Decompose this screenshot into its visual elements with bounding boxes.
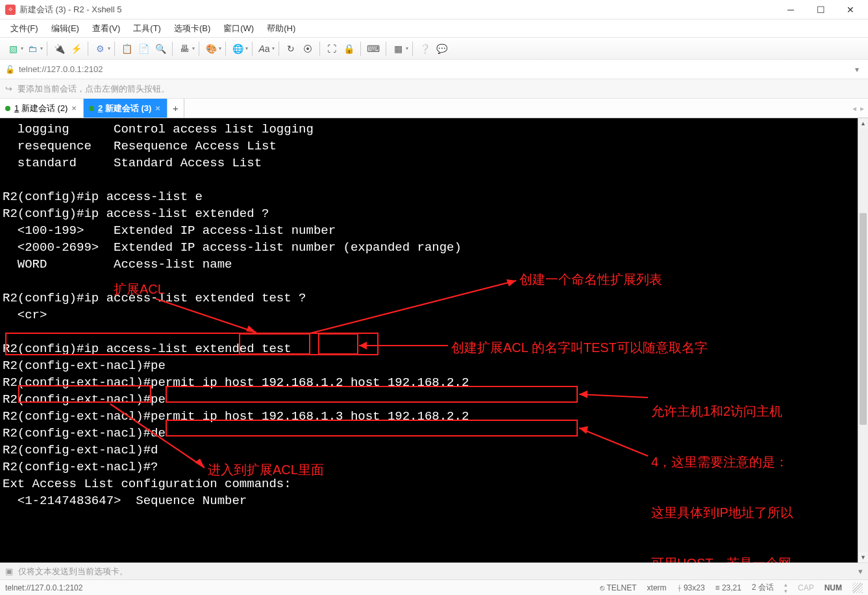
fullscreen-button[interactable]: ⛶ <box>324 41 340 57</box>
anno-label-line: 4，这里需要注意的是： <box>651 453 852 470</box>
term-line: R2(config)#ip access-list extended test … <box>3 291 306 305</box>
window-title: 新建会话 (3) - R2 - Xshell 5 <box>19 4 776 16</box>
anno-label-line: 允许主机1和2访问主机 <box>651 403 852 420</box>
scroll-thumb[interactable] <box>860 213 867 425</box>
disconnect-button[interactable]: ⚡ <box>68 41 84 57</box>
lock-icon: 🔓 <box>5 65 15 74</box>
status-sessions-updown-icon[interactable]: ▴▾ <box>784 581 787 594</box>
anno-label-create-named: 创建一个命名性扩展列表 <box>519 271 662 288</box>
status-dimensions: ⟊ 93x23 <box>677 583 705 592</box>
tile-button[interactable]: ▦ <box>390 41 406 57</box>
term-line: R2(config-ext-nacl)#permit ip host 192.1… <box>3 409 469 424</box>
terminal-output[interactable]: logging Control access list logging rese… <box>0 118 858 563</box>
term-line: logging Control access list logging <box>3 122 314 136</box>
address-dropdown-icon[interactable]: ▾ <box>851 65 863 74</box>
term-line: R2(config-ext-nacl)#pe <box>3 392 166 407</box>
menu-view[interactable]: 查看(V) <box>87 21 125 36</box>
svg-marker-11 <box>579 426 588 434</box>
hint-arrow-icon[interactable]: ↪ <box>5 84 12 94</box>
tab-nav-left-icon[interactable]: ◂ <box>852 104 856 113</box>
tab-nav-right-icon[interactable]: ▸ <box>860 104 864 113</box>
term-line: resequence Resequence Access List <box>3 139 277 153</box>
send-mode-label: 仅将文本发送到当前选项卡。 <box>18 566 128 577</box>
color-button[interactable]: 🎨 <box>203 41 219 57</box>
terminal-scrollbar[interactable]: ▲ ▼ <box>858 118 868 563</box>
chat-button[interactable]: 💬 <box>434 41 449 57</box>
font-button[interactable]: Aa <box>256 41 272 57</box>
lock-button[interactable]: 🔒 <box>341 41 356 57</box>
connect-button[interactable]: 🔌 <box>51 41 67 57</box>
anno-label-line: 这里具体到IP地址了所以 <box>651 504 852 521</box>
properties-button[interactable]: ⚙ <box>92 41 108 57</box>
tab-label: 2 新建会话 (3) <box>98 103 151 114</box>
input-bar: ▣ 仅将文本发送到当前选项卡。 ▾ <box>0 563 868 579</box>
svg-marker-3 <box>506 279 516 286</box>
copy-button[interactable]: 📋 <box>119 41 134 57</box>
term-line: <1-2147483647> Sequence Number <box>3 494 247 508</box>
term-line: Ext Access List configuration commands: <box>3 477 291 491</box>
help-button[interactable]: ❔ <box>417 41 432 57</box>
term-line: <100-199> Extended IP access-list number <box>3 223 336 238</box>
new-session-button[interactable]: ▧ <box>5 41 21 57</box>
hint-strip: ↪ 要添加当前会话，点击左侧的箭头按钮。 <box>0 79 868 99</box>
input-dropdown-icon[interactable]: ▾ <box>858 566 863 576</box>
menu-tabs[interactable]: 选项卡(B) <box>169 21 216 36</box>
title-bar: ✧ 新建会话 (3) - R2 - Xshell 5 ─ ☐ ✕ <box>0 0 868 19</box>
menu-file[interactable]: 文件(F) <box>5 21 43 36</box>
status-numlock: NUM <box>825 583 842 592</box>
term-line: R2(config)#ip access-list extended ? <box>3 207 269 221</box>
status-cursor-pos: ≡ 23,21 <box>715 583 741 592</box>
search-button[interactable]: 🔍 <box>153 41 168 57</box>
open-button[interactable]: 🗀 <box>25 41 40 57</box>
keyboard-button[interactable]: ⌨ <box>365 41 382 57</box>
menu-window[interactable]: 窗口(W) <box>218 21 259 36</box>
tab-close-icon[interactable]: × <box>155 103 160 113</box>
menu-tools[interactable]: 工具(T) <box>128 21 166 36</box>
svg-line-8 <box>579 394 648 398</box>
minimize-button[interactable]: ─ <box>776 0 806 19</box>
tab-status-dot <box>89 106 94 111</box>
close-button[interactable]: ✕ <box>836 0 865 19</box>
svg-marker-1 <box>246 325 256 333</box>
print-button[interactable]: 🖶 <box>177 41 192 57</box>
tab-label: 1 新建会话 (2) <box>14 103 68 114</box>
status-bar: telnet://127.0.0.1:2102 ⎋ TELNET xterm ⟊… <box>0 579 868 595</box>
anno-box-test-word <box>318 333 358 355</box>
scroll-track[interactable] <box>858 129 868 552</box>
status-capslock: CAP <box>798 583 814 592</box>
session-tab-1[interactable]: 1 新建会话 (2) × <box>0 99 84 118</box>
refresh-button[interactable]: ↻ <box>283 41 299 57</box>
window-controls: ─ ☐ ✕ <box>776 0 865 19</box>
tab-strip: 1 新建会话 (2) × 2 新建会话 (3) × + ◂ ▸ <box>0 99 868 118</box>
anno-label-enter-acl: 进入到扩展ACL里面 <box>208 461 324 478</box>
menu-help[interactable]: 帮助(H) <box>262 21 301 36</box>
address-bar: 🔓 telnet://127.0.0.1:2102 ▾ <box>0 60 868 79</box>
term-line: WORD Access-list name <box>3 257 232 272</box>
scroll-up-icon[interactable]: ▲ <box>858 118 868 129</box>
resize-grip-icon[interactable] <box>852 583 863 593</box>
globe-button[interactable]: 🌐 <box>230 41 245 57</box>
anno-label-permit-explain: 允许主机1和2访问主机 4，这里需要注意的是： 这里具体到IP地址了所以 可用H… <box>651 369 852 563</box>
toolbar: ▧▾ 🗀▾ 🔌 ⚡ ⚙▾ 📋 📄 🔍 🖶▾ 🎨▾ 🌐▾ Aa▾ ↻ ⦿ ⛶ 🔒 … <box>0 38 868 60</box>
term-line: R2(config-ext-nacl)#pe <box>3 359 166 373</box>
term-line: R2(config-ext-nacl)#? <box>3 460 158 474</box>
new-tab-button[interactable]: + <box>167 99 184 118</box>
address-input[interactable]: telnet://127.0.0.1:2102 <box>19 64 847 74</box>
tab-close-icon[interactable]: × <box>71 103 77 113</box>
term-line: standard Standard Access List <box>3 156 262 170</box>
svg-marker-7 <box>195 459 205 468</box>
session-tab-2[interactable]: 2 新建会话 (3) × <box>84 99 167 118</box>
term-line: <2000-2699> Extended IP access-list numb… <box>3 240 462 255</box>
send-mode-icon[interactable]: ▣ <box>5 566 13 576</box>
term-line: R2(config)#ip access-list e <box>3 190 203 204</box>
svg-line-2 <box>310 281 516 333</box>
maximize-button[interactable]: ☐ <box>806 0 836 19</box>
hint-text: 要添加当前会话，点击左侧的箭头按钮。 <box>18 83 169 95</box>
svg-marker-9 <box>579 390 588 398</box>
anno-label-line: 可用HOST，若是一个网 <box>651 555 852 563</box>
paste-button[interactable]: 📄 <box>136 41 151 57</box>
stop-button[interactable]: ⦿ <box>300 41 316 57</box>
term-line: R2(config-ext-nacl)#de <box>3 426 166 440</box>
scroll-down-icon[interactable]: ▼ <box>858 552 868 563</box>
menu-edit[interactable]: 编辑(E) <box>46 21 84 36</box>
